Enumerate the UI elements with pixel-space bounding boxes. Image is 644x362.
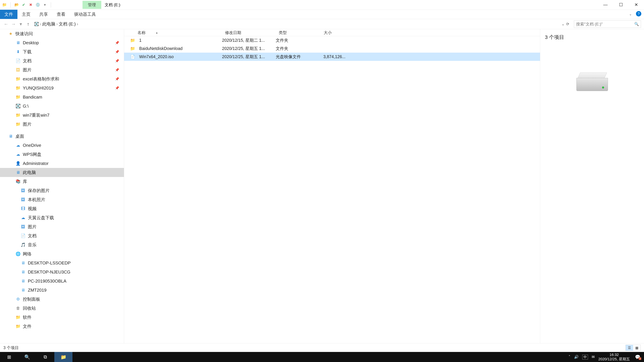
navpane-item[interactable]: 🖥DESKTOP-LSSOEDP bbox=[0, 258, 124, 268]
navpane-item[interactable]: 🖥PC-20190530OBLA bbox=[0, 277, 124, 286]
refresh-icon[interactable]: ⟳ bbox=[566, 22, 569, 26]
breadcrumb-drive[interactable]: 文档 (E:) bbox=[59, 21, 76, 27]
maximize-button[interactable]: ☐ bbox=[613, 0, 628, 9]
breadcrumb-this-pc[interactable]: 此电脑 bbox=[42, 21, 55, 27]
sort-ascending-icon: ▲ bbox=[156, 31, 158, 34]
column-header-size[interactable]: 大小 bbox=[320, 30, 348, 35]
navpane-item[interactable]: 🖼图片📌 bbox=[0, 65, 124, 74]
navpane-item[interactable]: 📁win7重装win7 bbox=[0, 111, 124, 120]
column-header-type[interactable]: 类型 bbox=[276, 30, 320, 35]
navpane-item[interactable]: 🖥此电脑 bbox=[0, 168, 124, 177]
nav-recent-dropdown[interactable]: ▾ bbox=[18, 21, 24, 27]
volume-icon[interactable]: 🔊 bbox=[574, 355, 578, 359]
address-dropdown-icon[interactable]: ⌄ bbox=[562, 22, 564, 26]
nav-forward-button[interactable]: → bbox=[10, 21, 16, 27]
navpane-item[interactable]: 🎵音乐 bbox=[0, 240, 124, 249]
details-view-button[interactable]: ☰ bbox=[626, 345, 633, 351]
navpane-item[interactable]: 💽G:\ bbox=[0, 102, 124, 111]
nav-up-button[interactable]: ↑ bbox=[25, 21, 31, 27]
qat-check-icon[interactable]: ✔ bbox=[21, 2, 26, 7]
file-type-icon: 📄 bbox=[130, 54, 137, 59]
contextual-tab-manage[interactable]: 管理 bbox=[82, 1, 101, 9]
navpane-software[interactable]: 📁 软件 bbox=[0, 313, 124, 322]
tab-share[interactable]: 共享 bbox=[35, 10, 52, 19]
pin-icon: 📌 bbox=[115, 77, 119, 81]
nav-back-button[interactable]: ← bbox=[3, 21, 9, 27]
search-icon[interactable]: 🔍 bbox=[634, 22, 639, 26]
navpane-item[interactable]: ⬇下载📌 bbox=[0, 47, 124, 56]
navpane-item-label: G:\ bbox=[23, 104, 29, 109]
navpane-item[interactable]: 🖼图片 bbox=[0, 222, 124, 231]
tab-drive-tools[interactable]: 驱动器工具 bbox=[70, 10, 100, 19]
qat-close-icon[interactable]: ✖ bbox=[28, 2, 33, 7]
navpane-item[interactable]: 📁图片 bbox=[0, 120, 124, 129]
navpane-item[interactable]: 🖥DESKTOP-NJEU3CG bbox=[0, 268, 124, 277]
column-header-name[interactable]: 名称 ▲ bbox=[124, 30, 222, 35]
thumbnails-view-button[interactable]: ▦ bbox=[633, 345, 640, 351]
file-row[interactable]: 📄Win7x64_2020.iso2020/12/25, 星期五 1...光盘映… bbox=[124, 53, 540, 61]
navpane-item[interactable]: 🖥ZMT2019 bbox=[0, 286, 124, 295]
navpane-network[interactable]: 🌐 网络 bbox=[0, 249, 124, 258]
start-button[interactable]: ⊞ bbox=[0, 352, 18, 362]
navpane-recycle-bin[interactable]: 🗑 回收站 bbox=[0, 304, 124, 313]
folder-icon: 📁 bbox=[16, 324, 21, 329]
file-size: 3,874,126... bbox=[321, 54, 349, 59]
search-box[interactable]: 🔍 bbox=[574, 20, 641, 28]
navpane-item-icon: ☁ bbox=[16, 152, 21, 157]
navpane-label: 网络 bbox=[23, 251, 32, 257]
search-input[interactable] bbox=[576, 22, 634, 26]
chevron-right-icon[interactable]: › bbox=[56, 21, 58, 27]
qat-open-folder-icon[interactable]: 📂 bbox=[14, 2, 19, 7]
close-button[interactable]: ✕ bbox=[628, 0, 644, 9]
task-view-button[interactable]: ⧉ bbox=[36, 352, 54, 362]
action-center-button[interactable]: 💬3 bbox=[634, 354, 642, 360]
tray-app-icon[interactable]: ✉ bbox=[592, 355, 595, 359]
navpane-item[interactable]: ☁天翼云盘下载 bbox=[0, 213, 124, 222]
tab-view[interactable]: 查看 bbox=[52, 10, 70, 19]
tab-home[interactable]: 主页 bbox=[18, 10, 35, 19]
contextual-tab-group: 管理 bbox=[82, 0, 101, 9]
column-header-modified[interactable]: 修改日期 bbox=[222, 30, 276, 35]
navpane-quick-access[interactable]: ★ 快速访问 bbox=[0, 29, 124, 38]
navpane-desktop[interactable]: 🖥 桌面 bbox=[0, 132, 124, 141]
pin-icon: 📌 bbox=[115, 86, 119, 90]
navpane-item[interactable]: 🖼本机照片 bbox=[0, 195, 124, 204]
column-header-label: 名称 bbox=[138, 30, 146, 35]
taskbar-clock[interactable]: 16:32 2020/12/25, 星期五 bbox=[598, 353, 630, 361]
chevron-right-icon[interactable]: › bbox=[77, 21, 78, 27]
navpane-item[interactable]: ☁WPS网盘 bbox=[0, 150, 124, 159]
navpane-control-panel[interactable]: ⚙ 控制面板 bbox=[0, 295, 124, 304]
navigation-pane[interactable]: ★ 快速访问 🖥Desktop📌⬇下载📌📄文档📌🖼图片📌📁excel表格制作求和… bbox=[0, 29, 124, 343]
navpane-item-label: Desktop bbox=[23, 40, 39, 45]
tray-overflow-icon[interactable]: ˄ bbox=[568, 355, 570, 359]
file-row[interactable]: 📁12020/12/15, 星期二 1...文件夹 bbox=[124, 36, 540, 44]
taskbar-search-button[interactable]: 🔍 bbox=[18, 352, 36, 362]
navpane-item[interactable]: 📁Bandicam bbox=[0, 92, 124, 102]
help-icon[interactable]: ? bbox=[636, 11, 641, 16]
navpane-item[interactable]: 👤Administrator bbox=[0, 159, 124, 168]
minimize-button[interactable]: — bbox=[598, 0, 613, 9]
navpane-item[interactable]: 📄文档📌 bbox=[0, 56, 124, 65]
navpane-item[interactable]: 📁excel表格制作求和📌 bbox=[0, 74, 124, 83]
tab-file[interactable]: 文件 bbox=[0, 10, 18, 19]
navpane-docs[interactable]: 📁 文件 bbox=[0, 322, 124, 331]
navpane-item[interactable]: 🖥Desktop📌 bbox=[0, 38, 124, 47]
ime-indicator[interactable]: 中 bbox=[582, 355, 588, 360]
ribbon-minimize-icon[interactable]: ⌄ bbox=[629, 12, 632, 16]
navpane-item[interactable]: 🖼保存的图片 bbox=[0, 186, 124, 195]
chevron-right-icon[interactable]: › bbox=[40, 21, 41, 27]
breadcrumb[interactable]: 💽 › 此电脑 › 文档 (E:) › bbox=[34, 21, 78, 27]
navpane-item-icon: 📄 bbox=[16, 58, 21, 63]
column-headers[interactable]: 名称 ▲ 修改日期 类型 大小 bbox=[124, 29, 540, 36]
navpane-item[interactable]: ☁OneDrive bbox=[0, 141, 124, 150]
navpane-item[interactable]: 🎞视频 bbox=[0, 204, 124, 213]
navpane-item[interactable]: 📚库 bbox=[0, 177, 124, 186]
qat-eject-icon[interactable]: 💿 bbox=[36, 2, 40, 7]
file-row[interactable]: 📁BaiduNetdiskDownload2020/12/25, 星期五 1..… bbox=[124, 44, 540, 53]
taskbar-explorer-button[interactable]: 📁 bbox=[54, 352, 72, 362]
navpane-item[interactable]: 📄文档 bbox=[0, 231, 124, 240]
qat-dropdown-icon[interactable]: ▾ bbox=[42, 2, 47, 7]
navpane-item-icon: 📄 bbox=[20, 233, 26, 238]
recycle-bin-icon: 🗑 bbox=[16, 306, 21, 311]
navpane-item[interactable]: 📁YUNQISHI2019📌 bbox=[0, 83, 124, 92]
